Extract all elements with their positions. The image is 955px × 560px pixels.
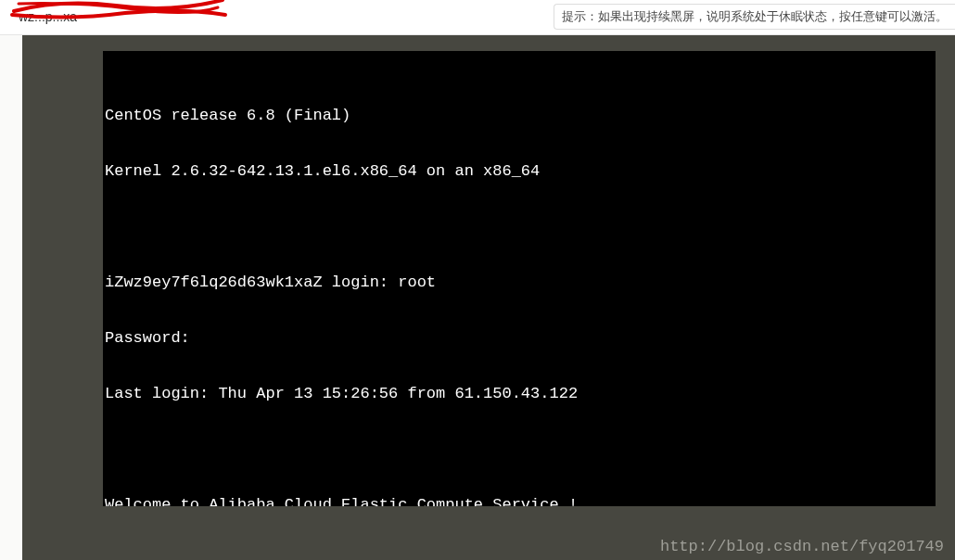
terminal-line: Kernel 2.6.32-642.13.1.el6.x86_64 on an … — [103, 162, 936, 181]
terminal-line: CentOS release 6.8 (Final) — [103, 107, 936, 125]
terminal-line: iZwz9ey7f6lq26d63wk1xaZ login: root — [103, 274, 936, 292]
top-toolbar: wz...p...xa 提示：如果出现持续黑屏，说明系统处于休眠状态，按任意键可… — [0, 0, 955, 35]
watermark-url: http://blog.csdn.net/fyq201749 — [660, 538, 944, 555]
hostname-label-redacted: wz...p...xa — [19, 9, 77, 24]
terminal-line: Last login: Thu Apr 13 15:26:56 from 61.… — [103, 385, 936, 403]
tip-text: 提示：如果出现持续黑屏，说明系统处于休眠状态，按任意键可以激活。 — [562, 9, 948, 23]
terminal-line — [103, 440, 936, 459]
terminal-line — [103, 218, 936, 236]
hibernate-tip-banner: 提示：如果出现持续黑屏，说明系统处于休眠状态，按任意键可以激活。 — [554, 4, 955, 30]
terminal-screen[interactable]: CentOS release 6.8 (Final) Kernel 2.6.32… — [103, 51, 936, 506]
terminal-line: Welcome to Alibaba Cloud Elastic Compute… — [103, 496, 936, 506]
terminal-line: Password: — [103, 329, 936, 348]
